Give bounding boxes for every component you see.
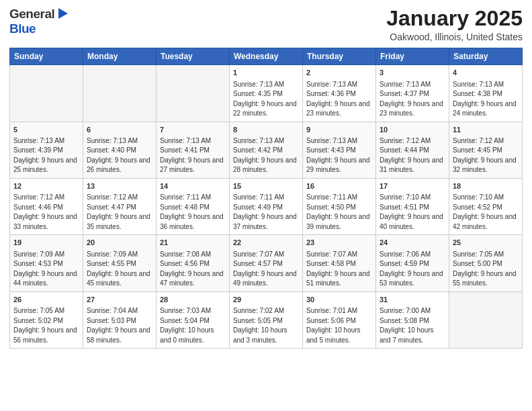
day-number: 30 [306,295,372,305]
day-info: Sunrise: 7:07 AMSunset: 4:58 PMDaylight:… [306,250,372,289]
calendar-cell: 19Sunrise: 7:09 AMSunset: 4:53 PMDayligh… [10,235,83,291]
day-number: 25 [453,238,519,248]
day-info: Sunrise: 7:11 AMSunset: 4:49 PMDaylight:… [233,193,299,232]
calendar-cell: 14Sunrise: 7:11 AMSunset: 4:48 PMDayligh… [157,178,230,234]
calendar-cell: 5Sunrise: 7:13 AMSunset: 4:39 PMDaylight… [10,122,83,178]
calendar-cell: 22Sunrise: 7:07 AMSunset: 4:57 PMDayligh… [230,235,303,291]
header-cell-thursday: Thursday [303,48,376,65]
day-info: Sunrise: 7:08 AMSunset: 4:56 PMDaylight:… [160,250,226,289]
week-row: 26Sunrise: 7:05 AMSunset: 5:02 PMDayligh… [10,291,523,348]
calendar-cell [157,65,230,122]
calendar-header: SundayMondayTuesdayWednesdayThursdayFrid… [10,48,523,65]
calendar-cell [83,65,157,122]
calendar-cell: 23Sunrise: 7:07 AMSunset: 4:58 PMDayligh… [303,235,376,291]
day-number: 21 [160,238,226,248]
day-info: Sunrise: 7:13 AMSunset: 4:36 PMDaylight:… [306,80,372,119]
day-number: 31 [380,295,445,305]
calendar-cell: 30Sunrise: 7:01 AMSunset: 5:06 PMDayligh… [303,291,376,348]
day-info: Sunrise: 7:03 AMSunset: 5:04 PMDaylight:… [160,306,226,345]
calendar-cell: 15Sunrise: 7:11 AMSunset: 4:49 PMDayligh… [230,178,303,234]
day-info: Sunrise: 7:12 AMSunset: 4:47 PMDaylight:… [87,193,152,232]
day-number: 20 [87,238,152,248]
day-info: Sunrise: 7:13 AMSunset: 4:35 PMDaylight:… [233,80,299,119]
calendar-cell: 13Sunrise: 7:12 AMSunset: 4:47 PMDayligh… [83,178,157,234]
week-row: 1Sunrise: 7:13 AMSunset: 4:35 PMDaylight… [10,65,523,122]
calendar-cell: 2Sunrise: 7:13 AMSunset: 4:36 PMDaylight… [303,65,376,122]
day-info: Sunrise: 7:05 AMSunset: 5:00 PMDaylight:… [453,250,519,289]
calendar-cell: 16Sunrise: 7:11 AMSunset: 4:50 PMDayligh… [303,178,376,234]
day-number: 26 [13,295,79,305]
day-number: 15 [233,181,299,191]
calendar-cell [10,65,83,122]
day-number: 22 [233,238,299,248]
header-cell-tuesday: Tuesday [157,48,230,65]
header-row: SundayMondayTuesdayWednesdayThursdayFrid… [10,48,523,65]
day-info: Sunrise: 7:12 AMSunset: 4:45 PMDaylight:… [453,136,519,175]
calendar-cell: 3Sunrise: 7:13 AMSunset: 4:37 PMDaylight… [376,65,449,122]
calendar-body: 1Sunrise: 7:13 AMSunset: 4:35 PMDaylight… [10,65,523,349]
calendar-cell: 12Sunrise: 7:12 AMSunset: 4:46 PMDayligh… [10,178,83,234]
day-info: Sunrise: 7:00 AMSunset: 5:08 PMDaylight:… [380,306,445,345]
calendar-cell: 1Sunrise: 7:13 AMSunset: 4:35 PMDaylight… [230,65,303,122]
day-info: Sunrise: 7:12 AMSunset: 4:44 PMDaylight:… [380,136,445,175]
week-row: 5Sunrise: 7:13 AMSunset: 4:39 PMDaylight… [10,122,523,178]
day-info: Sunrise: 7:10 AMSunset: 4:51 PMDaylight:… [380,193,445,232]
header-cell-friday: Friday [376,48,449,65]
day-info: Sunrise: 7:11 AMSunset: 4:50 PMDaylight:… [306,193,372,232]
day-number: 14 [160,181,226,191]
day-number: 29 [233,295,299,305]
calendar-cell: 20Sunrise: 7:09 AMSunset: 4:55 PMDayligh… [83,235,157,291]
day-number: 17 [380,181,445,191]
calendar-cell: 25Sunrise: 7:05 AMSunset: 5:00 PMDayligh… [449,235,523,291]
day-number: 5 [13,125,79,135]
day-number: 18 [453,181,519,191]
header-cell-wednesday: Wednesday [230,48,303,65]
day-info: Sunrise: 7:13 AMSunset: 4:39 PMDaylight:… [13,136,79,175]
day-info: Sunrise: 7:04 AMSunset: 5:03 PMDaylight:… [87,306,152,345]
day-info: Sunrise: 7:07 AMSunset: 4:57 PMDaylight:… [233,250,299,289]
calendar-title: January 2025 [386,7,523,30]
calendar-cell: 21Sunrise: 7:08 AMSunset: 4:56 PMDayligh… [157,235,230,291]
calendar-cell: 9Sunrise: 7:13 AMSunset: 4:43 PMDaylight… [303,122,376,178]
day-number: 8 [233,125,299,135]
header-cell-saturday: Saturday [449,48,523,65]
day-number: 12 [13,181,79,191]
day-number: 24 [380,238,445,248]
day-info: Sunrise: 7:09 AMSunset: 4:53 PMDaylight:… [13,250,79,289]
week-row: 19Sunrise: 7:09 AMSunset: 4:53 PMDayligh… [10,235,523,291]
day-info: Sunrise: 7:05 AMSunset: 5:02 PMDaylight:… [13,306,79,345]
calendar-cell: 18Sunrise: 7:10 AMSunset: 4:52 PMDayligh… [449,178,523,234]
calendar-cell: 11Sunrise: 7:12 AMSunset: 4:45 PMDayligh… [449,122,523,178]
day-number: 28 [160,295,226,305]
calendar-cell: 31Sunrise: 7:00 AMSunset: 5:08 PMDayligh… [376,291,449,348]
calendar-cell: 6Sunrise: 7:13 AMSunset: 4:40 PMDaylight… [83,122,157,178]
day-info: Sunrise: 7:02 AMSunset: 5:05 PMDaylight:… [233,306,299,345]
title-area: January 2025 Oakwood, Illinois, United S… [386,7,523,42]
header: General Blue January 2025 Oakwood, Illin… [9,7,523,42]
calendar-cell [449,291,523,348]
day-info: Sunrise: 7:12 AMSunset: 4:46 PMDaylight:… [13,193,79,232]
day-number: 16 [306,181,372,191]
day-number: 19 [13,238,79,248]
calendar-cell: 24Sunrise: 7:06 AMSunset: 4:59 PMDayligh… [376,235,449,291]
logo-icon [56,7,71,21]
calendar-cell: 17Sunrise: 7:10 AMSunset: 4:51 PMDayligh… [376,178,449,234]
day-number: 1 [233,68,299,78]
day-number: 9 [306,125,372,135]
day-info: Sunrise: 7:01 AMSunset: 5:06 PMDaylight:… [306,306,372,345]
header-cell-sunday: Sunday [10,48,83,65]
day-number: 3 [380,68,445,78]
logo-blue: Blue [9,21,36,36]
day-number: 13 [87,181,152,191]
day-info: Sunrise: 7:13 AMSunset: 4:40 PMDaylight:… [87,136,152,175]
header-cell-monday: Monday [83,48,157,65]
day-number: 10 [380,125,445,135]
day-info: Sunrise: 7:06 AMSunset: 4:59 PMDaylight:… [380,250,445,289]
calendar-subtitle: Oakwood, Illinois, United States [386,32,523,42]
day-number: 27 [87,295,152,305]
day-info: Sunrise: 7:13 AMSunset: 4:43 PMDaylight:… [306,136,372,175]
svg-marker-0 [58,8,68,19]
day-info: Sunrise: 7:13 AMSunset: 4:42 PMDaylight:… [233,136,299,175]
logo: General Blue [9,7,71,36]
day-number: 7 [160,125,226,135]
